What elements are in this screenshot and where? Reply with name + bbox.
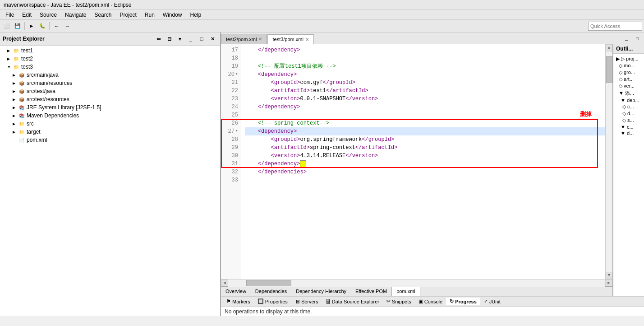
tree-item-test2[interactable]: ▶ 📁 test2	[0, 55, 220, 63]
toolbar-forward[interactable]: →	[62, 21, 72, 31]
outline-item-art[interactable]: ◇ art...	[615, 76, 642, 83]
quick-access-input[interactable]	[588, 22, 642, 31]
outline-item-gro[interactable]: ◇ gro...	[615, 69, 642, 76]
tree-item-src-test-java[interactable]: ▶ 📦 src/test/java	[0, 87, 220, 95]
tree-item-test1[interactable]: ▶ 📁 test1	[0, 47, 220, 55]
toolbar-back[interactable]: ←	[51, 21, 61, 31]
menu-edit[interactable]: Edit	[18, 11, 35, 19]
code-content[interactable]: </dependency> <!-- 配置test1项目依赖 --> <depe…	[241, 44, 605, 279]
hscroll-right-btn[interactable]: ▶	[605, 279, 612, 287]
outline-item-mo[interactable]: ◇ mo...	[615, 62, 642, 69]
menu-search[interactable]: Search	[91, 11, 115, 19]
toolbar-debug[interactable]: 🐛	[37, 21, 47, 31]
tree-item-test3[interactable]: ▼ 📁 test3	[0, 63, 220, 71]
tree-item-maven-deps[interactable]: ▶ 📚 Maven Dependencies	[0, 112, 220, 120]
bottom-tab-pom-xml[interactable]: pom.xml	[391, 286, 420, 296]
pe-minimize-btn[interactable]: _	[186, 34, 196, 44]
tree-item-src-test-res[interactable]: ▶ 📦 src/test/resources	[0, 95, 220, 103]
line-num-27: 27	[221, 127, 241, 135]
status-tab-console-label: Console	[424, 299, 442, 304]
menu-bar: File Edit Source Navigate Search Project…	[0, 10, 644, 20]
scroll-up-btn[interactable]: ▲	[606, 44, 613, 51]
outline-item-ver[interactable]: ◇ ver...	[615, 83, 642, 89]
status-tab-properties[interactable]: 🔲 Properties	[254, 298, 291, 305]
tab-test3-pom[interactable]: test3/pom.xml ✕	[267, 34, 313, 44]
outline-item-proj[interactable]: ▶ ▷ proj...	[615, 56, 642, 62]
tree-item-jre[interactable]: ▶ 📚 JRE System Library [J2SE-1.5]	[0, 103, 220, 112]
pe-close-btn[interactable]: ✕	[207, 34, 217, 44]
toolbar-new[interactable]: ⬜	[2, 21, 12, 31]
project-explorer: Project Explorer ⇦ ⊟ ▾ _ □ ✕ ▶ 📁 test1 ▶…	[0, 33, 221, 316]
outline-header: Outli...	[613, 44, 644, 54]
tree-item-src[interactable]: ▶ 📁 src	[0, 120, 220, 128]
editor-maximize-btn[interactable]: □	[632, 34, 642, 44]
status-tab-console[interactable]: ▣ Console	[415, 298, 446, 305]
pe-maximize-btn[interactable]: □	[197, 34, 207, 44]
tree-item-src-main-res[interactable]: ▶ 📦 src/main/resources	[0, 79, 220, 87]
pe-sync-btn[interactable]: ⇦	[153, 34, 163, 44]
status-tab-progress[interactable]: ↻ Progress	[446, 298, 480, 305]
tree-arrow-src-test-java: ▶	[13, 89, 17, 93]
outline-item-c1[interactable]: ◇ c...	[615, 103, 642, 110]
tree-item-src-main-java[interactable]: ▶ 📦 src/main/java	[0, 71, 220, 79]
menu-run[interactable]: Run	[141, 11, 158, 19]
code-line-24: </dependency>	[245, 103, 605, 111]
bottom-tab-dependencies[interactable]: Dependencies	[251, 286, 291, 296]
menu-window[interactable]: Window	[159, 11, 186, 19]
code-line-33	[245, 176, 605, 184]
code-editor[interactable]: 1718192021222324252627282930313233 </dep…	[221, 44, 605, 279]
bottom-tab-overview[interactable]: Overview	[221, 286, 251, 296]
line-num-25: 25	[221, 111, 241, 119]
package-icon-src-main-res: 📦	[18, 79, 25, 87]
pe-collapse-btn[interactable]: ⊟	[164, 34, 174, 44]
outline-item-d1[interactable]: ◇ d...	[615, 110, 642, 117]
editor-with-scroll: 1718192021222324252627282930313233 </dep…	[221, 44, 612, 279]
code-line-29: <artifactId>spring-context</artifactId>	[245, 144, 605, 152]
outline-item-add[interactable]: ▼ 添...	[615, 89, 642, 97]
tree-arrow-src-main-java: ▶	[13, 73, 17, 77]
hscroll-thumb[interactable]	[246, 280, 291, 286]
status-tab-snippets-label: Snippets	[392, 299, 411, 304]
folder-icon-target: 📁	[18, 128, 25, 135]
hscroll-track[interactable]	[228, 279, 605, 287]
editor-minimize-btn[interactable]: _	[621, 34, 631, 44]
pe-menu-btn[interactable]: ▾	[175, 34, 185, 44]
toolbar-run[interactable]: ▶	[27, 21, 37, 31]
outline-item-c2[interactable]: ▼ c...	[615, 124, 642, 130]
tab-test3-pom-close[interactable]: ✕	[305, 37, 309, 42]
menu-project[interactable]: Project	[116, 11, 140, 19]
scroll-track[interactable]	[606, 51, 613, 272]
status-tab-snippets[interactable]: ✂ Snippets	[383, 298, 415, 305]
code-line-31: </dependency>	[245, 160, 605, 168]
menu-source[interactable]: Source	[36, 11, 60, 19]
status-tab-servers-label: Servers	[301, 299, 318, 304]
tab-test2-pom[interactable]: test2/pom.xml ✕	[221, 34, 267, 44]
toolbar: ⬜ 💾 ▶ 🐛 ← →	[0, 20, 644, 33]
menu-file[interactable]: File	[2, 11, 18, 19]
status-tab-datasource[interactable]: 🗄 Data Source Explorer	[322, 298, 383, 305]
status-tab-markers[interactable]: ⚑ Markers	[223, 298, 254, 305]
menu-navigate[interactable]: Navigate	[61, 11, 90, 19]
outline-item-dep[interactable]: ▼ dep...	[615, 97, 642, 103]
scroll-thumb[interactable]	[606, 56, 612, 83]
menu-help[interactable]: Help	[187, 11, 205, 19]
status-tab-servers[interactable]: 🖥 Servers	[291, 298, 322, 305]
scroll-down-btn[interactable]: ▼	[606, 272, 613, 279]
xml-icon-pom: 📄	[18, 136, 25, 144]
tab-test2-pom-close[interactable]: ✕	[258, 37, 262, 42]
status-tab-properties-label: Properties	[265, 299, 288, 304]
editor-scrollbar[interactable]: ▲ ▼	[605, 44, 612, 279]
properties-icon: 🔲	[258, 298, 264, 304]
status-tab-junit[interactable]: ✓ JUnit	[480, 298, 504, 305]
hscroll[interactable]: ◀ ▶	[221, 279, 612, 286]
toolbar-save[interactable]: 💾	[13, 21, 23, 31]
tree-item-pom-xml[interactable]: ▶ 📄 pom.xml	[0, 136, 220, 144]
title-text: mavenworkspace - Java EE - test2/pom.xml…	[4, 2, 131, 8]
outline-item-d2[interactable]: ▼ d...	[615, 130, 642, 136]
code-line-28: <groupId>org.springframework</groupId>	[245, 135, 605, 144]
tree-item-target[interactable]: ▶ 📁 target	[0, 128, 220, 136]
hscroll-left-btn[interactable]: ◀	[221, 279, 228, 287]
bottom-tab-hierarchy[interactable]: Dependency Hierarchy	[291, 286, 351, 296]
bottom-tab-effective-pom[interactable]: Effective POM	[351, 286, 391, 296]
outline-item-s1[interactable]: ◇ s...	[615, 117, 642, 124]
